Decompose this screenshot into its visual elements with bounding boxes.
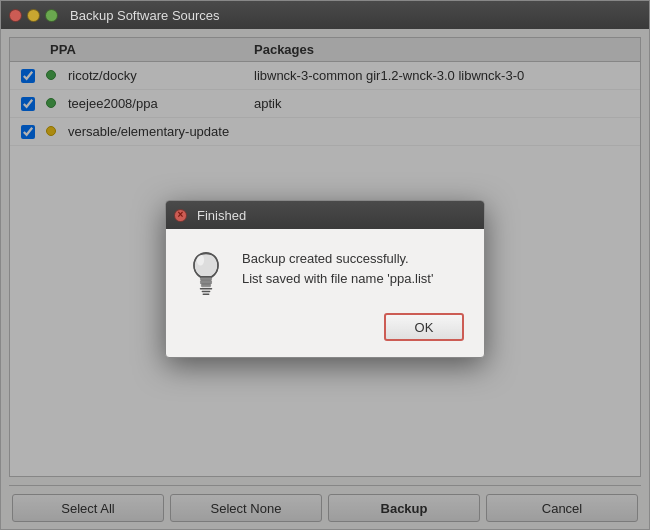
main-window: Backup Software Sources PPA Packages <box>0 0 650 530</box>
dialog-footer: OK <box>166 313 484 357</box>
dialog-close-button[interactable] <box>174 209 187 222</box>
minimize-button[interactable] <box>27 9 40 22</box>
dialog-line2: List saved with file name 'ppa.list' <box>242 269 464 289</box>
close-button[interactable] <box>9 9 22 22</box>
svg-rect-4 <box>201 284 210 287</box>
dialog-message: Backup created successfully. List saved … <box>242 249 464 288</box>
window-title: Backup Software Sources <box>70 8 220 23</box>
lightbulb-icon <box>186 249 226 297</box>
content-area: PPA Packages ricotz/docky libwnck-3-comm… <box>1 29 649 529</box>
modal-overlay: Finished <box>1 29 649 529</box>
svg-rect-3 <box>200 280 211 284</box>
dialog-line1: Backup created successfully. <box>242 249 464 269</box>
dialog-titlebar: Finished <box>166 201 484 229</box>
dialog-title: Finished <box>197 208 246 223</box>
finished-dialog: Finished <box>165 200 485 358</box>
dialog-body: Backup created successfully. List saved … <box>166 229 484 313</box>
maximize-button[interactable] <box>45 9 58 22</box>
bulb-svg <box>186 249 226 297</box>
window-controls <box>9 9 58 22</box>
ok-button[interactable]: OK <box>384 313 464 341</box>
titlebar: Backup Software Sources <box>1 1 649 29</box>
